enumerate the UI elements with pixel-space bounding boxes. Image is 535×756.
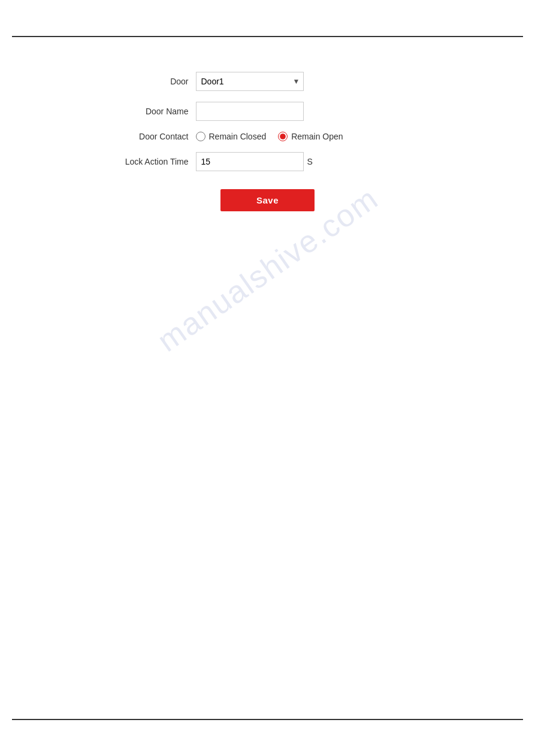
lock-action-time-input[interactable] <box>196 152 304 171</box>
top-border <box>12 36 523 37</box>
lock-time-wrapper: S <box>196 152 436 171</box>
remain-closed-radio[interactable] <box>196 132 205 141</box>
remain-open-radio[interactable] <box>278 132 288 141</box>
save-button[interactable]: Save <box>220 189 315 211</box>
door-contact-control: Remain Closed Remain Open <box>196 132 436 141</box>
door-contact-row: Door Contact Remain Closed Remain Open <box>100 132 436 141</box>
save-row: Save <box>100 189 436 211</box>
door-label: Door <box>100 77 196 86</box>
door-select-wrapper[interactable]: Door1 Door2 Door3 ▼ <box>196 72 304 91</box>
lock-action-time-control: S <box>196 152 436 171</box>
unit-label: S <box>307 157 313 166</box>
lock-action-time-label: Lock Action Time <box>100 157 196 166</box>
door-contact-label: Door Contact <box>100 132 196 141</box>
form-container: Door Door1 Door2 Door3 ▼ Door Name <box>0 60 535 223</box>
bottom-border <box>12 719 523 720</box>
form-inner: Door Door1 Door2 Door3 ▼ Door Name <box>100 72 436 211</box>
door-name-label: Door Name <box>100 107 196 116</box>
remain-open-label[interactable]: Remain Open <box>291 132 343 141</box>
door-select[interactable]: Door1 Door2 Door3 <box>196 72 304 91</box>
lock-action-time-row: Lock Action Time S <box>100 152 436 171</box>
remain-closed-option[interactable]: Remain Closed <box>196 132 267 141</box>
door-control: Door1 Door2 Door3 ▼ <box>196 72 436 91</box>
door-name-row: Door Name <box>100 102 436 121</box>
door-name-control <box>196 102 436 121</box>
door-row: Door Door1 Door2 Door3 ▼ <box>100 72 436 91</box>
remain-closed-label[interactable]: Remain Closed <box>209 132 267 141</box>
remain-open-option[interactable]: Remain Open <box>278 132 343 141</box>
door-name-input[interactable] <box>196 102 304 121</box>
